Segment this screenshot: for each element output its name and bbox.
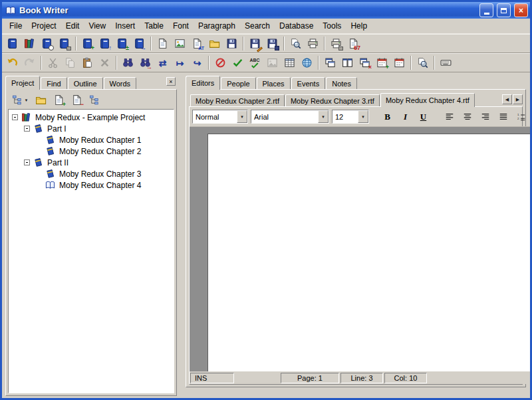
panel-close-button[interactable]: × [166,77,176,86]
numbered-list-button[interactable] [513,110,529,124]
remove-item-button[interactable]: − [68,92,85,108]
menu-file[interactable]: File [5,19,27,33]
move-chapter-up-button[interactable]: ↑ [96,35,113,52]
align-justify-button[interactable] [495,110,511,124]
cascade-windows-button[interactable] [322,54,338,71]
tab-find[interactable]: Find [41,77,66,89]
insert-table-button[interactable] [281,54,298,71]
undo-button[interactable] [4,54,21,71]
collapse-icon[interactable] [24,126,30,132]
print-preview-button[interactable] [287,35,304,52]
menu-table[interactable]: Table [140,19,168,33]
tab-project[interactable]: Project [5,76,40,90]
tree-part-1[interactable]: Part I [10,123,172,134]
print-project-button[interactable] [56,35,72,52]
save-all-button[interactable] [264,35,281,52]
word-count-button[interactable]: 67 [345,35,362,52]
chevron-down-icon[interactable]: ▼ [237,110,247,123]
paste-button[interactable] [79,54,96,71]
menu-help[interactable]: Help [346,19,372,33]
insert-event-button[interactable]: + [374,54,390,71]
navigate-button[interactable]: ↪ [189,54,205,71]
auto-type-button[interactable]: AT [189,35,205,52]
align-center-button[interactable] [460,110,475,124]
doc-tab-chapter-3[interactable]: Moby Redux Chapter 3.rtf [285,94,380,106]
close-button[interactable]: × [514,3,528,17]
panel-splitter[interactable] [177,75,186,398]
go-to-button[interactable]: ↦ [172,54,188,71]
tab-outline[interactable]: Outline [68,77,103,89]
align-left-button[interactable] [442,110,457,124]
menu-database[interactable]: Database [275,19,318,33]
print-button[interactable] [305,35,321,52]
save-file-as-button[interactable] [247,35,263,52]
keyboard-macros-button[interactable] [438,54,454,71]
minimize-button[interactable] [479,3,493,17]
add-item-button[interactable]: + [51,92,67,108]
tab-people[interactable]: People [221,77,255,89]
tab-editors[interactable]: Editors [186,76,220,90]
add-remove-chapter-button[interactable]: ± [114,35,130,52]
menu-search[interactable]: Search [240,19,275,33]
menu-paragraph[interactable]: Paragraph [194,19,240,33]
menu-font[interactable]: Font [168,19,194,33]
tab-notes[interactable]: Notes [326,77,357,89]
redo-button[interactable] [21,54,38,71]
web-browser-button[interactable] [299,54,315,71]
tile-windows-button[interactable] [339,54,356,71]
demote-chapter-button[interactable]: → [131,35,148,52]
align-right-button[interactable] [477,110,493,124]
tree-chapter-3[interactable]: Moby Redux Chapter 3 [10,168,172,179]
doc-tab-chapter-4[interactable]: Moby Redux Chapter 4.rtf [380,93,475,107]
tree-root[interactable]: Moby Redux - Example Project [10,112,172,123]
menu-tools[interactable]: Tools [318,19,346,33]
font-size-combo[interactable]: 12 ▼ [332,110,369,124]
bold-button[interactable]: B [380,110,395,124]
thesaurus-button[interactable] [264,54,281,71]
menu-view[interactable]: View [84,19,110,33]
zoom-document-button[interactable] [414,54,431,71]
doc-tab-chapter-2[interactable]: Moby Redux Chapter 2.rtf [190,94,285,106]
italic-button[interactable]: I [398,110,413,124]
style-combo[interactable]: Normal ▼ [192,110,248,124]
maximize-button[interactable] [497,3,511,17]
underline-button[interactable]: U [416,110,431,124]
delete-button[interactable] [96,54,113,71]
font-combo[interactable]: Arial ▼ [251,110,329,124]
open-project-button[interactable] [4,35,21,52]
add-chapter-button[interactable]: + [79,35,96,52]
insert-picture-button[interactable] [172,35,188,52]
chevron-down-icon[interactable]: ▼ [318,110,329,123]
collapse-icon[interactable] [24,159,30,165]
printer-setup-button[interactable] [328,35,344,52]
open-file-button[interactable] [206,35,223,52]
view-menu-button[interactable]: ▼ [9,92,31,108]
project-list-button[interactable] [21,35,38,52]
tree-chapter-1[interactable]: Moby Redux Chapter 1 [10,134,172,146]
find-next-button[interactable]: → [137,54,154,71]
tree-chapter-2[interactable]: Moby Redux Chapter 2 [10,146,172,157]
save-file-button[interactable] [223,35,240,52]
clear-formatting-button[interactable] [212,54,229,71]
tab-scroll-left-button[interactable]: ◀ [502,94,512,104]
tab-words[interactable]: Words [104,77,137,89]
quick-spell-check-button[interactable] [229,54,246,71]
close-all-windows-button[interactable]: × [356,54,373,71]
spell-check-button[interactable] [247,54,263,71]
tree-part-2[interactable]: Part II [10,157,172,168]
menu-insert[interactable]: Insert [110,19,140,33]
document-page[interactable] [207,134,530,371]
menu-project[interactable]: Project [27,19,61,33]
copy-button[interactable] [62,54,78,71]
collapse-icon[interactable] [12,114,18,120]
replace-button[interactable]: ⇄ [154,54,171,71]
menu-edit[interactable]: Edit [61,19,84,33]
cut-button[interactable] [45,54,61,71]
find-button[interactable] [120,54,136,71]
new-document-button[interactable] [154,35,171,52]
tab-scroll-right-button[interactable]: ▶ [513,94,523,104]
tab-events[interactable]: Events [291,77,326,89]
open-folder-button[interactable] [33,92,49,108]
title-bar[interactable]: Book Writer × [2,2,530,19]
project-history-button[interactable] [39,35,55,52]
